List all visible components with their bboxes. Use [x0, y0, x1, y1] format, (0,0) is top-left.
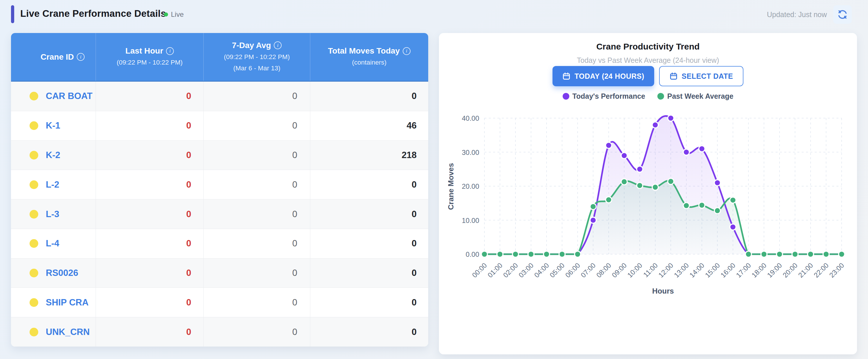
button-label: TODAY (24 HOURS): [575, 72, 644, 80]
today-24-hours-button[interactable]: TODAY (24 HOURS): [553, 66, 654, 86]
legend-item-today[interactable]: Today's Performance: [563, 92, 645, 100]
crane-id-link[interactable]: L-3: [46, 209, 59, 220]
crane-id-cell: K-2: [11, 141, 96, 170]
data-point[interactable]: [652, 184, 658, 190]
crane-id-link[interactable]: UNK_CRN: [46, 327, 90, 337]
x-tick-label: 16:00: [719, 261, 737, 279]
x-tick-label: 17:00: [735, 261, 752, 279]
data-point[interactable]: [637, 166, 643, 172]
data-point[interactable]: [668, 178, 674, 185]
x-tick-label: 18:00: [750, 261, 768, 279]
data-point[interactable]: [699, 145, 705, 152]
column-sublabel: (containers): [352, 58, 386, 67]
crane-id-link[interactable]: K-2: [46, 150, 60, 160]
data-point[interactable]: [714, 207, 720, 214]
legend-label: Past Week Average: [667, 92, 733, 100]
data-point[interactable]: [823, 251, 829, 257]
total-moves-cell: 0: [310, 199, 428, 229]
x-tick-label: 02:00: [501, 261, 520, 279]
live-indicator: Live: [164, 10, 184, 19]
data-point[interactable]: [513, 251, 519, 257]
chart-subtitle: Today vs Past Week Average (24-hour view…: [439, 56, 857, 65]
legend-item-past-week[interactable]: Past Week Average: [657, 92, 733, 100]
info-icon[interactable]: i: [166, 47, 174, 55]
x-tick-label: 09:00: [610, 261, 628, 279]
data-point[interactable]: [839, 251, 845, 257]
refresh-icon: [837, 9, 848, 20]
crane-status-dot: [30, 269, 38, 278]
data-point[interactable]: [776, 251, 782, 257]
data-point[interactable]: [482, 251, 488, 257]
info-icon[interactable]: i: [403, 47, 410, 55]
total-moves-cell: 0: [310, 170, 428, 199]
crane-id-link[interactable]: RS0026: [46, 268, 78, 278]
data-point[interactable]: [699, 202, 705, 208]
crane-status-dot: [30, 181, 38, 189]
data-point[interactable]: [606, 142, 612, 149]
data-point[interactable]: [683, 149, 689, 155]
data-point[interactable]: [621, 178, 627, 185]
data-point[interactable]: [807, 251, 813, 257]
column-sublabel: (09:22 PM - 10:22 PM): [224, 53, 290, 62]
crane-status-dot: [30, 298, 38, 307]
x-tick-label: 14:00: [688, 261, 706, 279]
y-tick-label: 10.00: [462, 217, 479, 224]
info-icon[interactable]: i: [274, 41, 282, 49]
data-point[interactable]: [497, 251, 503, 257]
crane-status-dot: [30, 239, 38, 248]
table-body: CAR BOAT000K-10046K-200218L-2000L-3000L-…: [11, 81, 428, 347]
crane-id-link[interactable]: K-1: [46, 121, 60, 131]
table-row: L-3000: [11, 199, 428, 229]
data-point[interactable]: [590, 203, 596, 209]
x-tick-label: 01:00: [486, 261, 504, 279]
data-point[interactable]: [792, 251, 798, 257]
y-tick-label: 20.00: [462, 183, 479, 190]
live-label: Live: [171, 10, 184, 19]
data-point[interactable]: [559, 251, 565, 257]
crane-id-link[interactable]: CAR BOAT: [46, 91, 92, 101]
data-point[interactable]: [730, 224, 736, 230]
x-tick-label: 11:00: [642, 261, 659, 279]
crane-productivity-panel: 0.0010.0020.0030.0040.0000:0001:0002:000…: [439, 33, 857, 354]
data-point[interactable]: [544, 251, 550, 257]
column-sublabel: (Mar 6 - Mar 13): [233, 64, 280, 73]
data-point[interactable]: [730, 197, 736, 203]
data-point[interactable]: [528, 251, 534, 257]
calendar-icon: [670, 72, 678, 80]
data-point[interactable]: [590, 217, 596, 223]
crane-id-link[interactable]: L-4: [46, 238, 59, 249]
total-moves-cell: 0: [310, 229, 428, 258]
total-moves-cell: 0: [310, 317, 428, 347]
crane-id-link[interactable]: SHIP CRA: [46, 297, 89, 308]
table-row: RS0026000: [11, 258, 428, 288]
seven-day-avg-cell: 0: [204, 229, 310, 258]
data-point[interactable]: [621, 153, 627, 159]
data-point[interactable]: [652, 122, 658, 128]
data-point[interactable]: [637, 183, 643, 189]
crane-id-cell: RS0026: [11, 259, 96, 288]
data-point[interactable]: [761, 251, 767, 257]
total-moves-cell: 46: [310, 111, 428, 140]
select-date-button[interactable]: SELECT DATE: [659, 66, 743, 86]
data-point[interactable]: [745, 251, 751, 257]
x-tick-label: 23:00: [828, 261, 846, 279]
crane-status-dot: [30, 92, 38, 100]
info-icon[interactable]: i: [77, 53, 85, 61]
y-tick-label: 30.00: [462, 149, 479, 156]
legend-dot: [657, 93, 664, 100]
data-point[interactable]: [714, 180, 720, 186]
table-row: L-4000: [11, 229, 428, 258]
column-label: Crane ID: [40, 53, 74, 62]
crane-id-link[interactable]: L-2: [46, 180, 59, 190]
y-tick-label: 40.00: [462, 115, 479, 122]
data-point[interactable]: [606, 197, 612, 203]
refresh-button[interactable]: [833, 5, 852, 24]
data-point[interactable]: [575, 251, 581, 257]
x-axis-title: Hours: [652, 287, 674, 295]
x-tick-label: 15:00: [704, 261, 721, 279]
data-point[interactable]: [668, 115, 674, 121]
seven-day-avg-cell: 0: [204, 81, 310, 111]
y-axis-title: Crane Moves: [446, 163, 455, 210]
total-moves-cell: 0: [310, 81, 428, 111]
data-point[interactable]: [683, 202, 689, 208]
